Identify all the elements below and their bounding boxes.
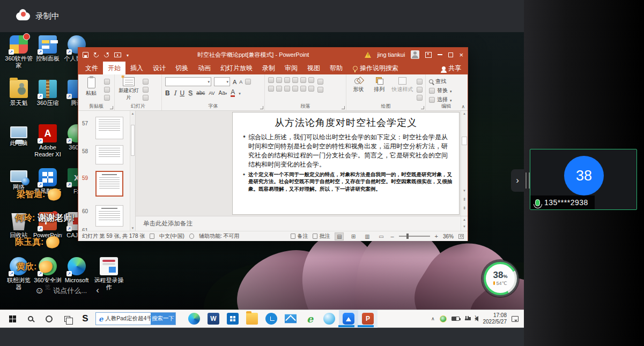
- taskbar-explorer[interactable]: [242, 310, 262, 328]
- quick-styles-button[interactable]: 快速样式: [391, 77, 413, 103]
- line-spacing-icon[interactable]: [300, 77, 306, 83]
- zoom-level[interactable]: 36%: [443, 234, 454, 239]
- replace-button[interactable]: 替换: [429, 87, 452, 94]
- justify-icon[interactable]: [292, 86, 298, 92]
- font-color-button[interactable]: A: [231, 89, 235, 97]
- select-button[interactable]: 选择: [429, 96, 452, 103]
- smartart-convert-icon[interactable]: [308, 86, 314, 92]
- minimize-button[interactable]: [438, 54, 442, 55]
- search-go-button[interactable]: 搜索一下: [151, 313, 175, 325]
- slide-title[interactable]: 从方法论角度对时空社会学定义: [233, 116, 459, 129]
- slide-thumbnail-57[interactable]: [95, 117, 123, 139]
- slideshow-view-button[interactable]: ▭: [376, 232, 386, 240]
- taskbar-edge[interactable]: [184, 310, 204, 328]
- reset-icon[interactable]: [143, 87, 149, 93]
- zoom-in-button[interactable]: +: [435, 233, 438, 239]
- convert-smartart-icon[interactable]: [317, 87, 323, 93]
- task-view-button[interactable]: [58, 310, 76, 328]
- tellme-search[interactable]: 操作说明搜索: [360, 64, 398, 73]
- font-name-select[interactable]: [165, 77, 211, 86]
- bullets-icon[interactable]: [268, 77, 274, 83]
- drawing-dialog-launcher[interactable]: [421, 106, 424, 109]
- desktop-icon-folder-jingtiankui[interactable]: 景天魁: [4, 80, 33, 107]
- collapse-ribbon-icon[interactable]: ∧: [461, 104, 465, 109]
- desktop-icon-network[interactable]: 网络: [4, 168, 33, 191]
- slide-sorter-view-button[interactable]: ⊞: [349, 232, 358, 240]
- avatar[interactable]: [411, 50, 419, 59]
- accessibility-status[interactable]: 辅助功能: 不可用: [199, 232, 240, 240]
- scrollbar-thumb[interactable]: [462, 137, 467, 145]
- desktop-icon-edge[interactable]: Microsoft: [62, 257, 91, 284]
- section-icon[interactable]: [143, 95, 149, 101]
- text-direction-icon[interactable]: [308, 77, 314, 83]
- language-label[interactable]: 中文(中国): [159, 232, 184, 240]
- tab-home[interactable]: 开始: [103, 62, 125, 74]
- tray-clock[interactable]: 17:08 2022/5/27: [483, 312, 507, 326]
- slide-bullet-2[interactable]: 这个定义有一个不同于一般定义的特点，对象和方法是自我同一的，时空既是研究对象，又…: [242, 171, 453, 192]
- emoji-icon[interactable]: ☺: [30, 285, 49, 296]
- tray-chevron-icon[interactable]: ∧: [431, 316, 435, 321]
- tab-slideshow[interactable]: 幻灯片放映: [216, 62, 257, 74]
- notes-pane[interactable]: 单击此处添加备注 ▲▼: [136, 216, 468, 231]
- chat-input-bar[interactable]: ☺ 说点什么... ‹: [30, 282, 103, 299]
- desktop-icon-adobe-reader[interactable]: A Adobe Reader XI: [33, 124, 62, 157]
- font-dialog-launcher[interactable]: [260, 106, 263, 109]
- new-slide-button[interactable]: 新建幻灯片: [118, 77, 139, 103]
- slide-editing-area[interactable]: 从方法论角度对时空社会学定义 综合以上所述，我们可以给出时空社会学的如下定义：时…: [136, 111, 461, 216]
- maximize-button[interactable]: [448, 52, 453, 57]
- start-button[interactable]: [3, 310, 21, 328]
- web-search-box[interactable]: e 人教Pad定价超4千 搜索一下: [95, 312, 176, 325]
- tab-review[interactable]: 审阅: [280, 62, 302, 74]
- account-name[interactable]: jing tiankui: [377, 51, 405, 58]
- taskbar-alarms[interactable]: [262, 310, 281, 328]
- taskbar-word[interactable]: W: [204, 310, 223, 328]
- redo-icon[interactable]: [103, 51, 110, 58]
- slide-thumbnail-58[interactable]: [95, 145, 123, 164]
- font-size-select[interactable]: [214, 77, 230, 86]
- layout-icon[interactable]: [143, 79, 149, 85]
- tab-help[interactable]: 帮助: [325, 62, 347, 74]
- align-center-icon[interactable]: [276, 86, 282, 92]
- chat-input[interactable]: 说点什么...: [49, 286, 91, 296]
- sidebar-drag-handle[interactable]: [525, 172, 530, 189]
- strikethrough-button[interactable]: abc: [196, 90, 205, 96]
- desktop-icon-360-manager[interactable]: 360软件管家: [4, 35, 33, 69]
- align-left-icon[interactable]: [268, 86, 274, 92]
- ribbon-display-options-icon[interactable]: [425, 52, 432, 58]
- display-settings-icon[interactable]: [150, 234, 154, 239]
- text-shadow-button[interactable]: S: [188, 89, 193, 97]
- slide-bullet-1[interactable]: 综合以上所述，我们可以给出时空社会学的如下定义：时空社会学是从时间和空间特别是社…: [242, 133, 453, 169]
- normal-view-button[interactable]: ▤: [335, 232, 344, 240]
- notes-scroll-arrows[interactable]: ▲▼: [461, 216, 468, 231]
- save-icon[interactable]: [83, 52, 88, 58]
- 360-tray-icon[interactable]: [440, 315, 447, 322]
- format-painter-icon[interactable]: [104, 95, 110, 101]
- slide-thumbnail-59-selected[interactable]: [95, 171, 123, 197]
- change-case-button[interactable]: Aa: [219, 90, 227, 96]
- battery-icon[interactable]: [451, 317, 460, 321]
- copy-icon[interactable]: [104, 87, 110, 93]
- find-button[interactable]: 查找: [429, 78, 452, 85]
- taskbar-ie[interactable]: e: [300, 310, 320, 328]
- bold-button[interactable]: B: [165, 89, 170, 97]
- shape-outline-icon[interactable]: [417, 87, 423, 93]
- performance-ball[interactable]: 38% 54℃: [482, 260, 519, 297]
- increase-indent-icon[interactable]: [292, 77, 298, 83]
- next-slide-button[interactable]: ⇟: [461, 206, 468, 210]
- align-text-icon[interactable]: [317, 79, 323, 85]
- cortana-button[interactable]: [40, 310, 58, 328]
- zoom-out-button[interactable]: –: [390, 233, 394, 239]
- close-button[interactable]: ×: [459, 51, 463, 58]
- tab-record[interactable]: 录制: [257, 62, 280, 74]
- share-button[interactable]: 共享: [442, 64, 468, 73]
- participant-video-tile[interactable]: 38 135****2938: [530, 149, 637, 210]
- shape-fill-icon[interactable]: [417, 79, 423, 85]
- undo-icon[interactable]: [93, 51, 100, 58]
- desktop-icon-this-pc[interactable]: 此电脑: [4, 124, 33, 147]
- notes-toggle[interactable]: 备注: [291, 232, 308, 240]
- tab-transitions[interactable]: 切换: [171, 62, 193, 74]
- slide-vertical-scrollbar[interactable]: ▲ ▼ ⇞ ⇟: [461, 111, 468, 216]
- previous-slide-button[interactable]: ⇞: [461, 198, 468, 202]
- tab-view[interactable]: 视图: [302, 62, 325, 74]
- chat-collapse-icon[interactable]: ‹: [91, 285, 104, 297]
